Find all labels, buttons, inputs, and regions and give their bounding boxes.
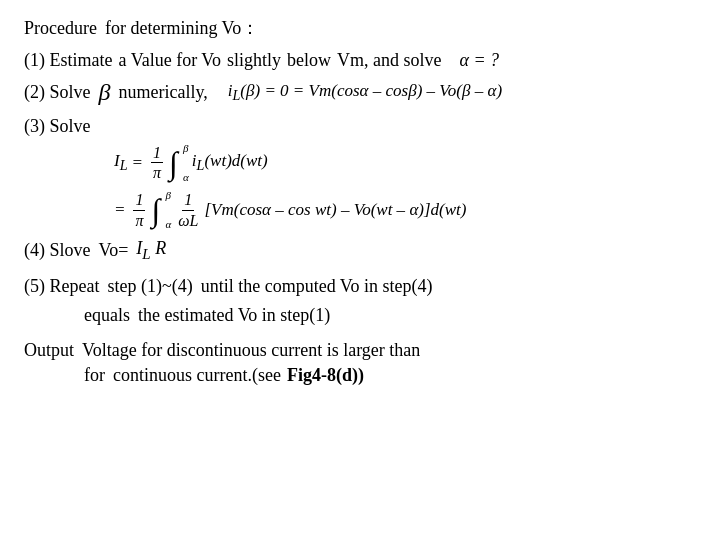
title-rest: for determining Vo：	[105, 16, 259, 40]
step2-line: (2) Solve β numerically, iL(β) = 0 = Vm(…	[24, 79, 696, 106]
step1-slightly: slightly	[227, 50, 281, 71]
output-subtext: continuous current.(see	[113, 365, 281, 386]
step1-formula: α = ?	[459, 50, 499, 71]
step1-below: below	[287, 50, 331, 71]
step5-text1: step (1)~(4)	[107, 276, 192, 297]
step5-sublabel: equals	[84, 305, 130, 326]
output-sublabel: for	[84, 365, 105, 386]
fraction-1-pi: 1 π	[151, 143, 163, 182]
page: Procedure for determining Vo： (1) Estima…	[0, 0, 720, 540]
step2-label: (2) Solve	[24, 82, 91, 103]
integral-sign1: ∫ β α	[169, 147, 178, 179]
step1-text1: a Value for Vo	[118, 50, 221, 71]
step4-formula: IL R	[136, 238, 166, 263]
output-text1: Voltage for discontinuous current is lar…	[82, 340, 420, 361]
step5-subline: equals the estimated Vo in step(1)	[24, 305, 696, 326]
step1-line: (1) Estimate a Value for Vo slightly bel…	[24, 50, 696, 71]
step4-label: (4) Slove	[24, 240, 91, 261]
bracket-formula: [Vm(cosα – cos wt) – Vo(wt – α)]d(wt)	[204, 200, 466, 220]
step3-line: (3) Solve	[24, 116, 696, 137]
output-label: Output	[24, 340, 74, 361]
integral-sign2: ∫ β α	[152, 194, 161, 226]
il-symbol: IL	[114, 151, 128, 174]
formula-line1: IL = 1 π ∫ β α iL(wt)d(wt)	[114, 143, 696, 182]
step2-formula: iL(β) = 0 = Vm(cosα – cosβ) – Vo(β – α)	[228, 81, 502, 104]
formula-line2: = 1 π ∫ β α 1 ωL [Vm(cosα – cos wt) – Vo…	[114, 190, 696, 229]
equals1: =	[132, 153, 143, 173]
step2-numerically: numerically,	[118, 82, 207, 103]
step1-label: (1) Estimate	[24, 50, 112, 71]
formula-block: IL = 1 π ∫ β α iL(wt)d(wt) = 1 π	[114, 143, 696, 230]
step4-line: (4) Slove Vo= IL R	[24, 238, 696, 263]
step5-line: (5) Repeat step (1)~(4) until the comput…	[24, 276, 696, 297]
fraction-1-pi2: 1 π	[133, 190, 145, 229]
equals2: =	[114, 200, 125, 220]
step5-label: (5) Repeat	[24, 276, 99, 297]
step3-label: (3) Solve	[24, 116, 91, 137]
step4-vo: Vo=	[99, 240, 129, 261]
output-subline: for continuous current.(see Fig4-8(d))	[24, 365, 696, 386]
output-line: Output Voltage for discontinuous current…	[24, 340, 696, 361]
procedure-label: Procedure	[24, 18, 97, 39]
step5-subtext: the estimated Vo in step(1)	[138, 305, 330, 326]
step5-text2: until the computed Vo in step(4)	[201, 276, 433, 297]
step1-text4: Vm, and solve	[337, 50, 441, 71]
title-line: Procedure for determining Vo：	[24, 16, 696, 40]
formula-integrand1: iL(wt)d(wt)	[192, 151, 268, 174]
fraction-1-wL: 1 ωL	[174, 190, 202, 229]
step2-beta: β	[99, 79, 111, 106]
output-bold: Fig4-8(d))	[287, 365, 364, 386]
